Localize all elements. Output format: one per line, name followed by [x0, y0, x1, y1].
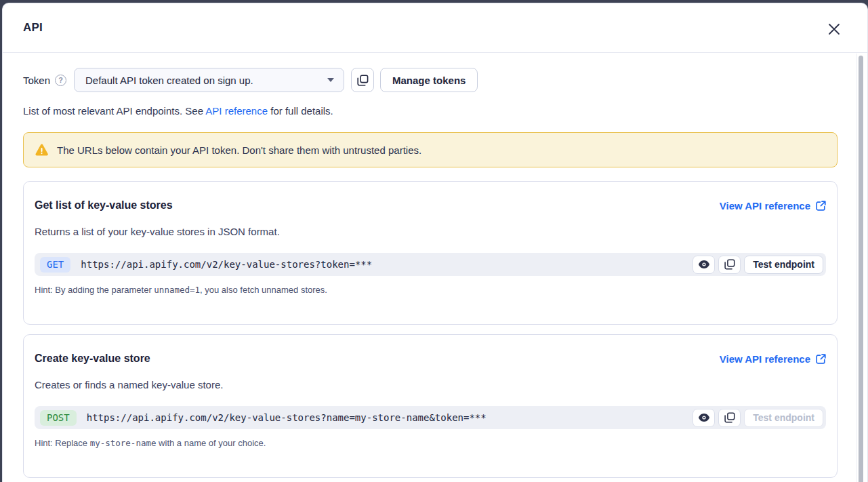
external-link-icon	[816, 354, 826, 364]
endpoint-row: GET https://api.apify.com/v2/key-value-s…	[35, 253, 826, 276]
copy-icon	[724, 259, 735, 270]
hint-code: unnamed=1	[154, 285, 200, 295]
card-head: Create key-value store View API referenc…	[35, 353, 826, 365]
modal-header: API	[3, 3, 867, 53]
method-badge-post: POST	[40, 410, 77, 426]
token-row: Token ? Default API token created on sig…	[23, 68, 838, 92]
reveal-token-button[interactable]	[693, 256, 715, 274]
card-head: Get list of key-value stores View API re…	[35, 199, 826, 212]
api-reference-link[interactable]: API reference	[205, 105, 268, 117]
reveal-token-button[interactable]	[693, 409, 715, 427]
intro-text-after: for full details.	[268, 105, 333, 117]
help-icon[interactable]: ?	[55, 75, 66, 86]
manage-tokens-button[interactable]: Manage tokens	[380, 68, 478, 92]
card-description: Returns a list of your key-value stores …	[35, 226, 826, 237]
test-endpoint-button-disabled[interactable]: Test endpoint	[744, 409, 823, 427]
intro-text-before: List of most relevant API endpoints. See	[23, 105, 205, 117]
token-select-value: Default API token created on sign up.	[85, 75, 322, 86]
close-icon	[828, 23, 840, 35]
endpoint-row: POST https://api.apify.com/v2/key-value-…	[35, 406, 826, 429]
endpoint-url: https://api.apify.com/v2/key-value-store…	[81, 259, 693, 270]
copy-icon	[724, 412, 735, 423]
method-badge-get: GET	[40, 257, 70, 273]
endpoint-url: https://api.apify.com/v2/key-value-store…	[87, 412, 693, 423]
warning-triangle-icon	[35, 144, 57, 157]
copy-icon	[357, 75, 369, 86]
card-title: Create key-value store	[35, 353, 150, 365]
endpoint-card-get-list: Get list of key-value stores View API re…	[23, 181, 838, 325]
endpoint-hint: Hint: Replace my-store-name with a name …	[35, 438, 826, 448]
view-api-reference-link[interactable]: View API reference	[720, 200, 826, 212]
api-modal: API Token ? Default API token created on…	[2, 3, 868, 482]
view-api-reference-label: View API reference	[720, 353, 810, 365]
eye-icon	[698, 260, 710, 269]
close-button[interactable]	[827, 22, 842, 37]
warning-text: The URLs below contain your API token. D…	[57, 144, 421, 156]
test-endpoint-button[interactable]: Test endpoint	[744, 256, 823, 274]
token-label: Token	[23, 75, 50, 86]
copy-url-button[interactable]	[718, 256, 741, 274]
eye-icon	[698, 413, 710, 422]
modal-body: Token ? Default API token created on sig…	[3, 53, 867, 478]
intro-text: List of most relevant API endpoints. See…	[23, 105, 838, 117]
endpoint-actions: Test endpoint	[693, 409, 823, 427]
warning-banner: The URLs below contain your API token. D…	[23, 132, 838, 167]
token-select[interactable]: Default API token created on sign up.	[74, 68, 344, 92]
endpoint-hint: Hint: By adding the parameter unnamed=1,…	[35, 285, 826, 295]
view-api-reference-label: View API reference	[720, 200, 810, 212]
scrollbar-thumb[interactable]	[859, 56, 863, 482]
modal-title: API	[23, 21, 43, 35]
copy-url-button[interactable]	[718, 409, 741, 427]
external-link-icon	[816, 201, 826, 211]
endpoint-card-create-store: Create key-value store View API referenc…	[23, 334, 838, 478]
view-api-reference-link[interactable]: View API reference	[720, 353, 826, 365]
chevron-down-icon	[327, 78, 334, 82]
endpoint-actions: Test endpoint	[693, 256, 823, 274]
card-title: Get list of key-value stores	[35, 199, 173, 212]
scrollbar[interactable]	[856, 54, 865, 482]
copy-token-button[interactable]	[351, 68, 374, 92]
hint-code: my-store-name	[90, 438, 157, 448]
card-description: Creates or finds a named key-value store…	[35, 379, 826, 390]
